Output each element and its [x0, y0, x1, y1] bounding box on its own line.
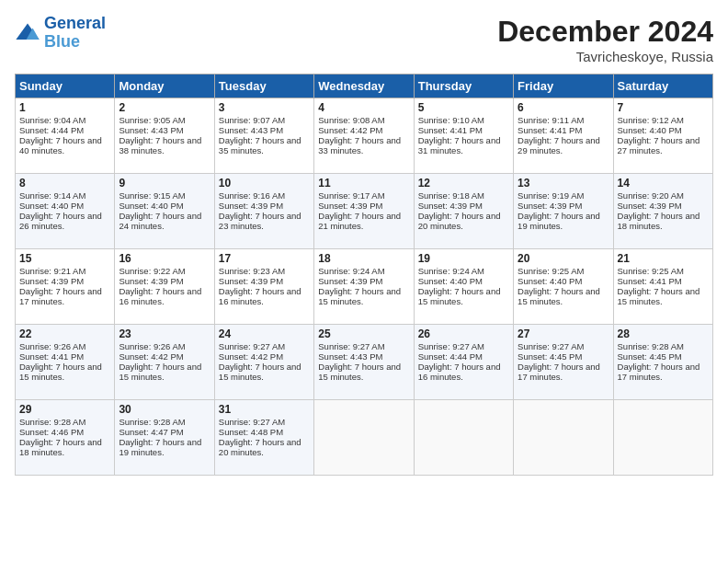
table-row: 23 Sunrise: 9:26 AM Sunset: 4:42 PM Dayl…	[115, 325, 214, 400]
daylight-text: Daylight: 7 hours and 20 minutes.	[219, 437, 301, 457]
sunrise-text: Sunrise: 9:18 AM	[418, 190, 484, 201]
location-title: Tavricheskoye, Russia	[497, 49, 713, 64]
logo-text: GeneralBlue	[44, 15, 106, 52]
daylight-text: Daylight: 7 hours and 17 minutes.	[19, 286, 102, 306]
daylight-text: Daylight: 7 hours and 40 minutes.	[19, 135, 102, 155]
title-block: December 2024 Tavricheskoye, Russia	[497, 15, 713, 64]
day-number: 18	[318, 252, 409, 265]
table-row: 1 Sunrise: 9:04 AM Sunset: 4:44 PM Dayli…	[16, 98, 115, 174]
table-row: 18 Sunrise: 9:24 AM Sunset: 4:39 PM Dayl…	[314, 249, 414, 325]
table-row: 14 Sunrise: 9:20 AM Sunset: 4:39 PM Dayl…	[613, 174, 712, 249]
sunrise-text: Sunrise: 9:24 AM	[318, 266, 384, 276]
col-sunday: Sunday	[16, 75, 115, 98]
calendar-week-row: 1 Sunrise: 9:04 AM Sunset: 4:44 PM Dayli…	[16, 98, 713, 174]
sunset-text: Sunset: 4:39 PM	[618, 201, 682, 211]
table-row: 2 Sunrise: 9:05 AM Sunset: 4:43 PM Dayli…	[115, 98, 214, 174]
day-number: 21	[618, 252, 709, 265]
day-number: 26	[418, 327, 509, 340]
day-number: 8	[19, 177, 110, 190]
table-row: 9 Sunrise: 9:15 AM Sunset: 4:40 PM Dayli…	[115, 174, 214, 249]
sunset-text: Sunset: 4:40 PM	[618, 125, 682, 135]
sunrise-text: Sunrise: 9:14 AM	[19, 190, 85, 201]
daylight-text: Daylight: 7 hours and 21 minutes.	[318, 211, 401, 231]
sunset-text: Sunset: 4:43 PM	[318, 351, 382, 362]
table-row: 13 Sunrise: 9:19 AM Sunset: 4:39 PM Dayl…	[514, 174, 613, 249]
daylight-text: Daylight: 7 hours and 18 minutes.	[19, 437, 102, 457]
day-number: 31	[219, 403, 310, 416]
sunrise-text: Sunrise: 9:27 AM	[219, 341, 285, 351]
table-row: 11 Sunrise: 9:17 AM Sunset: 4:39 PM Dayl…	[314, 174, 414, 249]
sunset-text: Sunset: 4:39 PM	[219, 276, 283, 286]
sunrise-text: Sunrise: 9:28 AM	[618, 341, 684, 351]
sunset-text: Sunset: 4:41 PM	[418, 125, 483, 135]
daylight-text: Daylight: 7 hours and 35 minutes.	[219, 135, 301, 155]
daylight-text: Daylight: 7 hours and 19 minutes.	[518, 211, 600, 231]
day-number: 3	[219, 101, 310, 114]
table-row: 26 Sunrise: 9:27 AM Sunset: 4:44 PM Dayl…	[414, 325, 513, 400]
daylight-text: Daylight: 7 hours and 15 minutes.	[318, 362, 401, 382]
sunrise-text: Sunrise: 9:21 AM	[19, 266, 85, 276]
table-row: 16 Sunrise: 9:22 AM Sunset: 4:39 PM Dayl…	[115, 249, 214, 325]
table-row: 25 Sunrise: 9:27 AM Sunset: 4:43 PM Dayl…	[314, 325, 414, 400]
day-number: 30	[119, 403, 210, 416]
day-number: 10	[219, 177, 310, 190]
daylight-text: Daylight: 7 hours and 15 minutes.	[219, 362, 301, 382]
daylight-text: Daylight: 7 hours and 16 minutes.	[418, 362, 501, 382]
calendar-week-row: 15 Sunrise: 9:21 AM Sunset: 4:39 PM Dayl…	[16, 249, 713, 325]
table-row	[514, 400, 613, 476]
sunrise-text: Sunrise: 9:27 AM	[219, 417, 285, 427]
sunset-text: Sunset: 4:42 PM	[119, 351, 183, 362]
table-row: 30 Sunrise: 9:28 AM Sunset: 4:47 PM Dayl…	[115, 400, 214, 476]
day-number: 16	[119, 252, 210, 265]
sunset-text: Sunset: 4:41 PM	[618, 276, 682, 286]
col-monday: Monday	[115, 75, 214, 98]
sunset-text: Sunset: 4:43 PM	[219, 125, 283, 135]
day-number: 9	[119, 177, 210, 190]
table-row: 12 Sunrise: 9:18 AM Sunset: 4:39 PM Dayl…	[414, 174, 513, 249]
sunrise-text: Sunrise: 9:23 AM	[219, 266, 285, 276]
logo-icon	[15, 20, 40, 46]
table-row: 24 Sunrise: 9:27 AM Sunset: 4:42 PM Dayl…	[214, 325, 313, 400]
calendar-table: Sunday Monday Tuesday Wednesday Thursday…	[15, 74, 713, 476]
sunset-text: Sunset: 4:45 PM	[618, 351, 682, 362]
day-number: 25	[318, 327, 409, 340]
daylight-text: Daylight: 7 hours and 15 minutes.	[418, 286, 501, 306]
day-number: 28	[618, 327, 709, 340]
day-number: 20	[518, 252, 609, 265]
calendar-week-row: 22 Sunrise: 9:26 AM Sunset: 4:41 PM Dayl…	[16, 325, 713, 400]
sunset-text: Sunset: 4:44 PM	[418, 351, 483, 362]
day-number: 11	[318, 177, 409, 190]
table-row: 10 Sunrise: 9:16 AM Sunset: 4:39 PM Dayl…	[214, 174, 313, 249]
day-number: 12	[418, 177, 509, 190]
day-number: 24	[219, 327, 310, 340]
month-title: December 2024	[497, 15, 713, 49]
sunset-text: Sunset: 4:42 PM	[318, 125, 382, 135]
col-tuesday: Tuesday	[214, 75, 313, 98]
sunrise-text: Sunrise: 9:15 AM	[119, 190, 185, 201]
day-number: 5	[418, 101, 509, 114]
daylight-text: Daylight: 7 hours and 17 minutes.	[518, 362, 600, 382]
daylight-text: Daylight: 7 hours and 23 minutes.	[219, 211, 301, 231]
table-row: 20 Sunrise: 9:25 AM Sunset: 4:40 PM Dayl…	[514, 249, 613, 325]
sunset-text: Sunset: 4:46 PM	[19, 427, 84, 437]
sunset-text: Sunset: 4:40 PM	[19, 201, 84, 211]
sunrise-text: Sunrise: 9:27 AM	[318, 341, 384, 351]
daylight-text: Daylight: 7 hours and 15 minutes.	[19, 362, 102, 382]
daylight-text: Daylight: 7 hours and 19 minutes.	[119, 437, 201, 457]
sunrise-text: Sunrise: 9:20 AM	[618, 190, 684, 201]
day-number: 23	[119, 327, 210, 340]
day-number: 19	[418, 252, 509, 265]
table-row: 31 Sunrise: 9:27 AM Sunset: 4:48 PM Dayl…	[214, 400, 313, 476]
sunrise-text: Sunrise: 9:17 AM	[318, 190, 384, 201]
table-row: 4 Sunrise: 9:08 AM Sunset: 4:42 PM Dayli…	[314, 98, 414, 174]
sunrise-text: Sunrise: 9:04 AM	[19, 115, 85, 125]
daylight-text: Daylight: 7 hours and 29 minutes.	[518, 135, 600, 155]
col-saturday: Saturday	[613, 75, 712, 98]
sunrise-text: Sunrise: 9:28 AM	[119, 417, 185, 427]
day-number: 4	[318, 101, 409, 114]
table-row: 27 Sunrise: 9:27 AM Sunset: 4:45 PM Dayl…	[514, 325, 613, 400]
table-row: 28 Sunrise: 9:28 AM Sunset: 4:45 PM Dayl…	[613, 325, 712, 400]
daylight-text: Daylight: 7 hours and 16 minutes.	[219, 286, 301, 306]
day-number: 17	[219, 252, 310, 265]
day-number: 14	[618, 177, 709, 190]
